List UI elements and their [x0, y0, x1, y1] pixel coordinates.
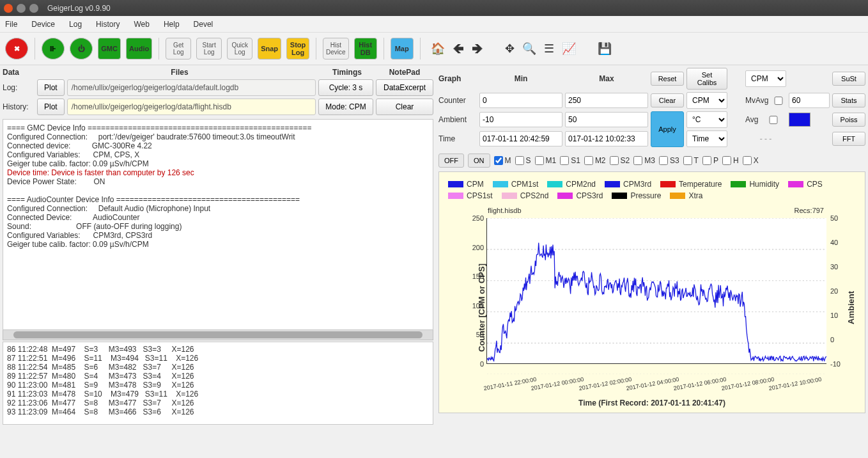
connect-button[interactable]: ⊪ — [42, 38, 65, 59]
stop-log-button[interactable]: StopLog — [286, 38, 309, 59]
notepad-header: NotePad — [376, 68, 433, 77]
plot-history-button[interactable]: Plot — [37, 99, 65, 115]
window-title: GeigerLog v0.9.90 — [47, 4, 111, 13]
files-header: Files — [41, 68, 318, 77]
plot-title: flight.hisdb — [488, 207, 522, 214]
gmc-button[interactable]: GMC — [98, 38, 121, 59]
save-icon[interactable]: 💾 — [598, 42, 612, 56]
toolbar: ✖ ⊪ ⏻ GMC Audio GetLog StartLog QuickLog… — [0, 33, 868, 65]
cycle-button[interactable]: Cycle: 3 s — [318, 79, 373, 96]
menu-history[interactable]: History — [96, 20, 120, 29]
plot-nav-toolbar: 🏠 🡸 🡺 ✥ 🔍 ☰ 📈 💾 — [427, 42, 616, 56]
menubar: File Device Log History Web Help Devel — [0, 16, 868, 33]
power-button[interactable]: ⏻ — [70, 38, 93, 59]
counter-min-input[interactable] — [479, 93, 562, 108]
history-path-field[interactable]: /home/ullix/geigerlog/geigerlog/data/fli… — [67, 99, 316, 115]
graph-header: Graph — [438, 74, 477, 83]
titlebar: GeigerLog v0.9.90 — [0, 0, 868, 16]
reset-button[interactable]: Reset — [651, 72, 684, 86]
minimize-icon[interactable] — [17, 4, 26, 13]
history-label: History: — [3, 102, 35, 111]
map-button[interactable]: Map — [391, 38, 414, 59]
check-m2[interactable] — [584, 156, 593, 165]
legend: CPMCPM1stCPM2ndCPM3rdTemperatureHumidity… — [442, 177, 862, 203]
check-s1[interactable] — [560, 156, 569, 165]
sust-button[interactable]: SuSt — [832, 72, 865, 86]
ambient-max-input[interactable] — [565, 112, 648, 127]
pan-icon[interactable]: ✥ — [505, 42, 515, 56]
on-button[interactable]: ON — [468, 154, 490, 168]
check-t[interactable] — [683, 156, 692, 165]
counter-label: Counter — [438, 96, 477, 105]
set-calibs-button[interactable]: Set Calibs — [686, 68, 727, 90]
snap-button[interactable]: Snap — [258, 38, 281, 59]
close-button[interactable]: ✖ — [5, 38, 28, 59]
plot-box: CPMCPM1stCPM2ndCPM3rdTemperatureHumidity… — [438, 171, 865, 413]
check-m1[interactable] — [535, 156, 544, 165]
forward-icon[interactable]: 🡺 — [472, 42, 483, 56]
fft-button[interactable]: FFT — [832, 132, 865, 146]
menu-device[interactable]: Device — [31, 20, 55, 29]
max-header: Max — [565, 74, 648, 83]
plot-log-button[interactable]: Plot — [37, 79, 65, 96]
menu-web[interactable]: Web — [134, 20, 149, 29]
graph-controls: Graph Min Max Reset Set Calibs CPM SuSt … — [438, 68, 865, 147]
data-table[interactable]: 86 11:22:48 M=497 S=3 M3=493 S3=3 X=126 … — [3, 342, 433, 425]
edit-icon[interactable]: 📈 — [562, 42, 576, 56]
console-scrollbar[interactable] — [3, 330, 433, 340]
home-icon[interactable]: 🏠 — [431, 42, 445, 56]
menu-file[interactable]: File — [5, 20, 17, 29]
ambient-label: Ambient — [438, 115, 477, 124]
data-excerpt-button[interactable]: DataExcerpt — [376, 79, 433, 96]
counter-clear-button[interactable]: Clear — [651, 93, 684, 107]
timings-header: Timings — [318, 68, 376, 77]
mvavg-checkbox[interactable] — [771, 97, 786, 105]
poiss-button[interactable]: Poiss — [832, 113, 865, 127]
apply-button[interactable]: Apply — [651, 111, 684, 147]
time-unit-select[interactable]: Time — [686, 130, 727, 147]
check-s2[interactable] — [610, 156, 619, 165]
plot-canvas[interactable] — [486, 218, 826, 364]
check-p[interactable] — [702, 156, 711, 165]
check-s3[interactable] — [659, 156, 668, 165]
back-icon[interactable]: 🡸 — [453, 42, 464, 56]
stats-button[interactable]: Stats — [832, 93, 865, 107]
close-icon[interactable] — [4, 4, 13, 13]
console-output[interactable]: ==== GMC Device Info ===================… — [3, 119, 433, 330]
log-path-field[interactable]: /home/ullix/geigerlog/geigerlog/data/def… — [67, 79, 316, 96]
clear-notepad-button[interactable]: Clear — [376, 99, 433, 115]
color-picker[interactable] — [789, 113, 810, 127]
start-log-button[interactable]: StartLog — [196, 38, 222, 59]
time-max-input[interactable] — [565, 131, 648, 146]
counter-max-input[interactable] — [565, 93, 648, 108]
mode-button[interactable]: Mode: CPM — [318, 99, 373, 115]
avg-checkbox[interactable] — [761, 116, 786, 124]
check-m[interactable] — [494, 156, 503, 165]
configure-icon[interactable]: ☰ — [544, 42, 554, 56]
get-log-button[interactable]: GetLog — [166, 38, 191, 59]
check-s[interactable] — [515, 156, 524, 165]
ambient-unit-select[interactable]: °C — [686, 111, 727, 128]
chart-area[interactable]: flight.hisdb Recs:797 Counter [CPM or CP… — [442, 205, 862, 410]
audio-button[interactable]: Audio — [126, 38, 152, 59]
off-button[interactable]: OFF — [438, 154, 464, 168]
mvavg-input[interactable] — [789, 93, 830, 108]
min-header: Min — [479, 74, 562, 83]
cpm-select[interactable]: CPM — [745, 70, 786, 87]
time-min-input[interactable] — [479, 131, 562, 146]
hist-device-button[interactable]: HistDevice — [323, 38, 349, 59]
menu-log[interactable]: Log — [69, 20, 82, 29]
zoom-icon[interactable]: 🔍 — [522, 42, 536, 56]
check-h[interactable] — [722, 156, 731, 165]
menu-help[interactable]: Help — [164, 20, 180, 29]
maximize-icon[interactable] — [29, 4, 38, 13]
counter-unit-select[interactable]: CPM — [686, 92, 727, 109]
check-x[interactable] — [743, 156, 752, 165]
check-m3[interactable] — [633, 156, 642, 165]
trace-toggle-row: OFF ON M S M1 S1 M2 S2 M3 S3 T P H X — [438, 150, 865, 171]
menu-devel[interactable]: Devel — [194, 20, 213, 29]
hist-db-button[interactable]: HistDB — [354, 38, 377, 59]
log-label: Log: — [3, 83, 35, 92]
ambient-min-input[interactable] — [479, 112, 562, 127]
quick-log-button[interactable]: QuickLog — [227, 38, 252, 59]
